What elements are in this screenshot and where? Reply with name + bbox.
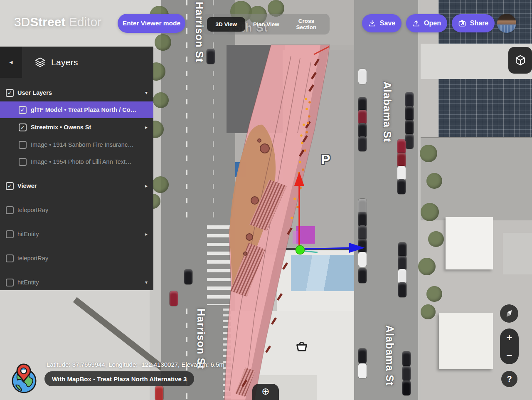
street-label-harrison-bottom: Harrison St	[195, 309, 207, 369]
editor-window: Harrison St Harrison St Alabama St Alaba…	[0, 0, 532, 400]
layer-label: glTF Model • Treat Plaza North / Co…	[31, 106, 136, 113]
tab-plan-view[interactable]: Plan View	[247, 17, 285, 32]
parked-car	[358, 136, 367, 151]
model-inspector-button[interactable]	[508, 47, 532, 74]
parked-car	[358, 225, 367, 240]
user-avatar[interactable]	[497, 14, 516, 33]
street-label-alabama-bottom: Alabama St	[384, 325, 396, 386]
plaza-plant	[308, 115, 310, 118]
open-button[interactable]: Open	[406, 14, 447, 32]
plaza-plant	[305, 131, 308, 133]
checkbox-checked[interactable]: ✓	[19, 123, 27, 131]
parked-car	[398, 256, 406, 271]
checkbox-unchecked[interactable]	[6, 230, 14, 238]
scene-title-pill[interactable]: With MapBox - Treat Plaza North Alternat…	[44, 371, 194, 386]
plaza-plant	[307, 122, 309, 124]
layer-row[interactable]: Image • 1914 Sanborn Fire Insuranc…	[0, 136, 153, 153]
parked-car	[207, 49, 215, 64]
layer-row[interactable]: ✓User Layers▾	[0, 84, 153, 101]
chevron-right-icon[interactable]: ▸	[145, 124, 148, 130]
plaza-plant	[300, 134, 303, 137]
share-button[interactable]: Share	[452, 14, 495, 32]
enter-viewer-mode-button[interactable]: Enter Viewer mode	[118, 14, 185, 33]
tree	[428, 231, 444, 247]
chevron-down-icon[interactable]: ▾	[145, 279, 148, 285]
parked-car	[398, 282, 406, 297]
checkbox-unchecked[interactable]	[6, 279, 14, 286]
plaza-plant	[303, 123, 305, 126]
compass-reset-button[interactable]	[500, 304, 518, 323]
layer-label: User Layers	[17, 89, 52, 96]
parked-car	[358, 268, 367, 283]
chevron-left-icon: ◄	[8, 59, 14, 65]
checkbox-unchecked[interactable]	[6, 254, 14, 262]
plaza-plant	[291, 217, 293, 219]
layer-row[interactable]: teleportRay	[0, 250, 153, 267]
checkbox-unchecked[interactable]	[6, 206, 14, 214]
checkbox-checked[interactable]: ✓	[6, 182, 14, 190]
panel-collapse-button[interactable]: ◄	[0, 47, 22, 78]
chevron-right-icon[interactable]: ▸	[145, 183, 148, 189]
chevron-right-icon[interactable]: ▸	[145, 231, 148, 237]
add-icon[interactable]: ⊕	[261, 387, 269, 400]
solar-roof	[438, 79, 532, 137]
layer-row[interactable]: ✓Viewer▸	[0, 178, 153, 194]
layer-row[interactable]: hitEntity▾	[0, 274, 153, 291]
layer-row[interactable]: Image • 1954 Photo of Lilli Ann Text…	[0, 153, 153, 170]
compass-icon	[504, 308, 515, 319]
tree	[152, 176, 169, 193]
save-button[interactable]: Save	[362, 14, 401, 32]
logo-street: Street	[30, 15, 65, 29]
plaza-plant	[305, 108, 308, 110]
checkbox-unchecked[interactable]	[19, 141, 27, 149]
camera-share-icon	[458, 19, 466, 27]
gizmo-origin-handle[interactable]	[296, 246, 305, 254]
tree	[421, 304, 436, 319]
save-label: Save	[380, 20, 395, 27]
logo-editor: Editor	[65, 15, 101, 29]
store-poi-icon[interactable]	[293, 338, 310, 355]
parked-car	[397, 179, 406, 194]
plaza-plant	[301, 142, 303, 144]
parked-car	[402, 380, 411, 395]
geospatial-logo[interactable]	[8, 363, 39, 394]
parked-car	[398, 242, 406, 257]
parked-car	[402, 366, 411, 381]
street-label-alabama-top: Alabama St	[381, 81, 393, 142]
checkbox-checked[interactable]: ✓	[19, 106, 27, 114]
map-building-mural	[291, 255, 356, 291]
parked-car	[358, 123, 367, 138]
plaza-tree	[260, 144, 269, 153]
layer-row[interactable]: ✓Streetmix • Owens St▸	[0, 119, 153, 136]
tree	[426, 173, 442, 189]
scene-title: With MapBox - Treat Plaza North Alternat…	[52, 375, 187, 383]
checkbox-unchecked[interactable]	[19, 158, 27, 166]
lane-line	[186, 0, 187, 225]
parked-car	[405, 120, 414, 135]
view-mode-tabs: 3D View Plan View Cross Section	[203, 14, 330, 35]
zoom-out-button[interactable]: −	[500, 346, 519, 364]
tree	[153, 92, 169, 108]
checkbox-checked[interactable]: ✓	[6, 89, 14, 97]
tab-3d-view[interactable]: 3D View	[207, 17, 245, 32]
panel-title: Layers	[51, 57, 78, 67]
lane-line	[186, 309, 187, 400]
parked-car	[358, 69, 367, 84]
tree	[421, 203, 439, 221]
tree	[420, 145, 437, 162]
plaza-plant	[305, 98, 307, 100]
layer-row[interactable]: teleportRay	[0, 202, 153, 218]
tab-cross-section[interactable]: Cross Section	[287, 14, 325, 35]
tree	[418, 258, 436, 275]
layer-row[interactable]: hitEntity▸	[0, 226, 153, 242]
layer-label: Image • 1954 Photo of Lilli Ann Text…	[31, 158, 132, 165]
layer-row[interactable]: ✓glTF Model • Treat Plaza North / Co…	[0, 101, 153, 118]
layer-label: hitEntity	[17, 279, 39, 286]
parked-car	[402, 351, 411, 366]
parked-car	[397, 153, 406, 168]
parked-car	[397, 166, 406, 181]
chevron-down-icon[interactable]: ▾	[145, 90, 148, 96]
help-button[interactable]: ?	[501, 371, 517, 387]
zoom-in-button[interactable]: +	[500, 328, 519, 346]
plaza-plant	[302, 168, 304, 171]
